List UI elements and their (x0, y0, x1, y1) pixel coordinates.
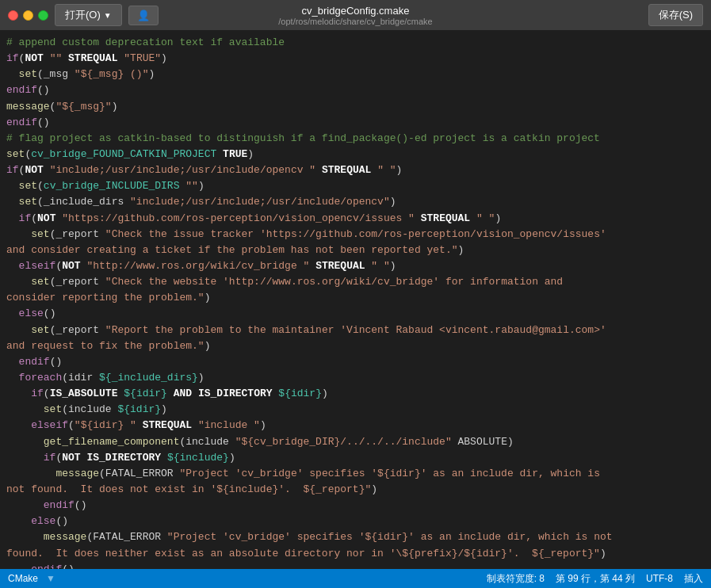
code-line: set(cv_bridge_INCLUDE_DIRS "") (6, 178, 711, 194)
code-line: set(_include_dirs "include;/usr/include;… (6, 194, 711, 210)
close-button[interactable] (8, 10, 18, 21)
code-line: if(IS_ABSOLUTE ${idir} AND IS_DIRECTORY … (6, 386, 711, 402)
maximize-button[interactable] (38, 10, 48, 21)
code-line: # flag project as catkin-based to distin… (6, 131, 711, 147)
code-line: endif() (6, 498, 711, 514)
titlebar: 打开(O) ▼ 👤 cv_bridgeConfig.cmake /opt/ros… (0, 0, 711, 30)
code-line: foreach(idir ${_include_dirs}) (6, 370, 711, 386)
encoding[interactable]: UTF-8 (646, 573, 673, 584)
code-line: get_filename_component(include "${cv_bri… (6, 434, 711, 450)
tab-width[interactable]: 制表符宽度: 8 (487, 572, 545, 586)
code-line: set(cv_bridge_FOUND_CATKIN_PROJECT TRUE) (6, 147, 711, 162)
file-name: cv_bridgeConfig.cmake (278, 5, 432, 17)
code-line: else() (6, 514, 711, 529)
statusbar-right: 制表符宽度: 8 第 99 行，第 44 列 UTF-8 插入 (487, 572, 703, 586)
code-line: endif() (6, 115, 711, 131)
dropdown-arrow-icon: ▼ (104, 11, 112, 20)
code-line: elseif("${idir} " STREQUAL "include ") (6, 418, 711, 433)
window-controls (8, 10, 48, 21)
code-line: and request to fix the problem.") (6, 338, 711, 354)
code-line: set(include ${idir}) (6, 402, 711, 418)
code-line: message(FATAL_ERROR "Project 'cv_bridge'… (6, 529, 711, 545)
code-editor[interactable]: # append custom deprecation text if avai… (0, 30, 711, 569)
language-indicator[interactable]: CMake (8, 573, 38, 584)
titlebar-center: cv_bridgeConfig.cmake /opt/ros/melodic/s… (278, 5, 432, 26)
code-line: # append custom deprecation text if avai… (6, 35, 711, 51)
code-line: elseif(NOT "http://www.ros.org/wiki/cv_b… (6, 258, 711, 274)
code-line: found. It does neither exist as an absol… (6, 546, 711, 562)
code-line: if(NOT "" STREQUAL "TRUE") (6, 51, 711, 67)
code-line: else() (6, 306, 711, 322)
status-divider: ▼ (46, 573, 55, 584)
code-line: endif() (6, 82, 711, 98)
code-line: set(_report "Check the issue tracker 'ht… (6, 227, 711, 242)
code-line: if(NOT "include;/usr/include;/usr/includ… (6, 162, 711, 178)
titlebar-left-group: 打开(O) ▼ 👤 (8, 4, 159, 26)
code-line: set(_report "Report the problem to the m… (6, 323, 711, 338)
statusbar-left: CMake ▼ (8, 573, 55, 584)
save-button[interactable]: 保存(S) (648, 4, 703, 26)
code-line: endif() (6, 354, 711, 370)
file-path: /opt/ros/melodic/share/cv_bridge/cmake (278, 17, 432, 26)
code-line: if(NOT IS_DIRECTORY ${include}) (6, 450, 711, 466)
minimize-button[interactable] (23, 10, 33, 21)
code-line: not found. It does not exist in '${inclu… (6, 482, 711, 498)
code-line: consider reporting the problem.") (6, 290, 711, 306)
code-line: endif() (6, 562, 711, 569)
person-icon-button[interactable]: 👤 (128, 6, 159, 25)
editor-mode[interactable]: 插入 (684, 572, 703, 586)
code-line: message(FATAL_ERROR "Project 'cv_bridge'… (6, 466, 711, 482)
code-line: message("${_msg}") (6, 99, 711, 115)
open-button[interactable]: 打开(O) ▼ (55, 4, 122, 26)
open-label: 打开(O) (65, 8, 101, 22)
statusbar: CMake ▼ 制表符宽度: 8 第 99 行，第 44 列 UTF-8 插入 (0, 569, 711, 588)
code-line: set(_msg "${_msg} ()") (6, 67, 711, 82)
code-line: if(NOT "https://github.com/ros-perceptio… (6, 211, 711, 227)
code-line: set(_report "Check the website 'http://w… (6, 274, 711, 290)
code-line: and consider creating a ticket if the pr… (6, 242, 711, 258)
cursor-position[interactable]: 第 99 行，第 44 列 (556, 572, 635, 586)
